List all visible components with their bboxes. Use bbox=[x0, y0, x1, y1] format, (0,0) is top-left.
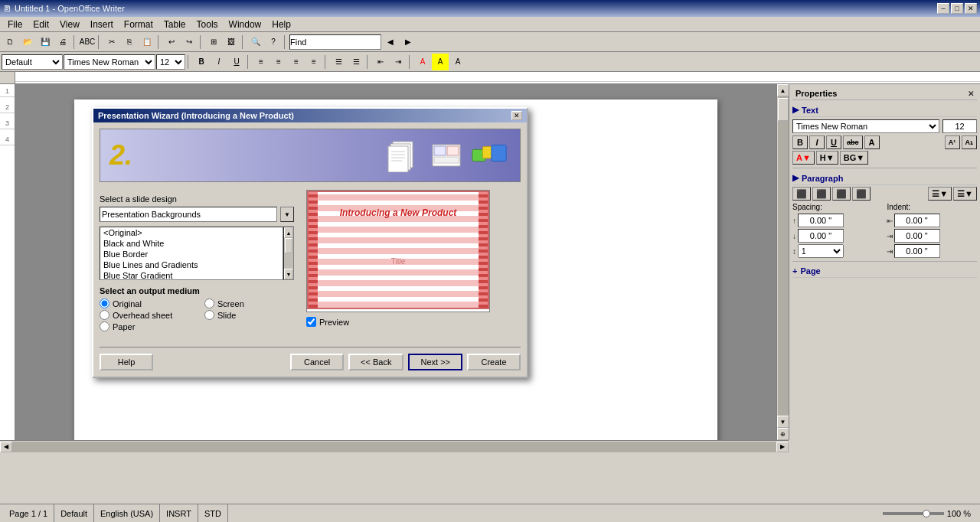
list-scroll-thumb[interactable] bbox=[285, 238, 292, 253]
menu-window[interactable]: Window bbox=[224, 18, 266, 31]
help-button[interactable]: Help bbox=[100, 354, 153, 370]
radio-slide[interactable]: Slide bbox=[204, 310, 294, 320]
redo-button[interactable]: ↪ bbox=[181, 34, 198, 51]
insert-mode[interactable]: INSRT bbox=[160, 504, 198, 522]
print-button[interactable]: 🖨 bbox=[54, 34, 71, 51]
cancel-button[interactable]: Cancel bbox=[290, 354, 344, 370]
scroll-down-button[interactable]: ▼ bbox=[777, 416, 789, 428]
list-item-blue-star[interactable]: Blue Star Gradient bbox=[100, 270, 283, 280]
scroll-track[interactable] bbox=[778, 96, 789, 416]
collapse-page-icon[interactable]: + bbox=[792, 266, 797, 276]
italic-prop-btn[interactable]: I bbox=[809, 135, 825, 149]
italic-button[interactable]: I bbox=[211, 54, 227, 70]
menu-file[interactable]: File bbox=[3, 18, 27, 31]
radio-original-input[interactable] bbox=[100, 299, 109, 308]
align-left-button[interactable]: ≡ bbox=[253, 54, 270, 70]
spacing-below-input[interactable] bbox=[798, 229, 844, 243]
subscript-btn[interactable]: A₁ bbox=[962, 135, 978, 149]
collapse-text-icon[interactable]: ▶ bbox=[792, 105, 799, 115]
open-button[interactable]: 📂 bbox=[19, 34, 36, 51]
radio-overhead[interactable]: Overhead sheet bbox=[100, 310, 189, 320]
strikethrough-prop-btn[interactable]: abc bbox=[843, 135, 863, 149]
bold-prop-btn[interactable]: B bbox=[792, 135, 808, 149]
menu-tools[interactable]: Tools bbox=[192, 18, 223, 31]
font-color-prop-btn[interactable]: A▼ bbox=[792, 151, 815, 165]
indent-right-input[interactable] bbox=[894, 229, 940, 243]
font-bg-color-btn[interactable]: BG▼ bbox=[840, 151, 868, 165]
scroll-up-button[interactable]: ▲ bbox=[777, 84, 789, 96]
horizontal-scrollbar[interactable]: ◀ ▶ bbox=[0, 440, 789, 452]
properties-close-btn[interactable]: ✕ bbox=[968, 90, 974, 98]
collapse-para-icon[interactable]: ▶ bbox=[792, 173, 799, 183]
font-name-prop-select[interactable]: Times New Roman bbox=[792, 119, 939, 133]
find-input[interactable] bbox=[289, 34, 381, 50]
align-right-prop-btn[interactable]: ⬛ bbox=[832, 187, 851, 201]
design-list[interactable]: <Original> Black and White Blue Border B… bbox=[100, 227, 283, 280]
highlight-prop-btn[interactable]: H▼ bbox=[816, 151, 838, 165]
align-justify-prop-btn[interactable]: ⬛ bbox=[852, 187, 871, 201]
scroll-right-button[interactable]: ▶ bbox=[776, 442, 789, 452]
radio-paper-input[interactable] bbox=[100, 321, 109, 331]
align-center-prop-btn[interactable]: ⬛ bbox=[812, 187, 831, 201]
menu-edit[interactable]: Edit bbox=[28, 18, 54, 31]
preview-checkbox-label[interactable]: Preview bbox=[306, 317, 521, 327]
maximize-button[interactable]: □ bbox=[951, 3, 963, 14]
align-center-button[interactable]: ≡ bbox=[270, 54, 287, 70]
indent-more-button[interactable]: ⇥ bbox=[390, 54, 407, 70]
design-dropdown-input[interactable]: Presentation Backgrounds bbox=[100, 207, 277, 222]
scroll-thumb[interactable] bbox=[778, 98, 789, 121]
align-justify-button[interactable]: ≡ bbox=[305, 54, 322, 70]
list-prop-btn[interactable]: ☰▼ bbox=[928, 187, 952, 201]
preview-checkbox[interactable] bbox=[306, 317, 316, 327]
copy-button[interactable]: ⎘ bbox=[121, 34, 138, 51]
menu-table[interactable]: Table bbox=[159, 18, 191, 31]
zoom-thumb[interactable] bbox=[923, 510, 930, 517]
font-size-prop-input[interactable]: 12 bbox=[942, 119, 977, 133]
scroll-extra-btn[interactable]: ⊕ bbox=[777, 428, 789, 440]
menu-view[interactable]: View bbox=[55, 18, 84, 31]
dialog-close-button[interactable]: ✕ bbox=[511, 111, 522, 120]
radio-screen[interactable]: Screen bbox=[204, 299, 294, 308]
next-button[interactable]: Next >> bbox=[408, 354, 462, 370]
radio-original[interactable]: Original bbox=[100, 299, 189, 308]
spacing-above-input[interactable] bbox=[798, 214, 844, 227]
num-list-prop-btn[interactable]: ☰▼ bbox=[953, 187, 977, 201]
scroll-left-button[interactable]: ◀ bbox=[0, 442, 12, 452]
list-item-blue-lines[interactable]: Blue Lines and Gradients bbox=[100, 259, 283, 270]
find-prev-button[interactable]: ◀ bbox=[382, 34, 399, 51]
font-name-select[interactable]: Times New Roman bbox=[64, 54, 155, 70]
list-item-bw[interactable]: Black and White bbox=[100, 238, 283, 249]
line-spacing-select[interactable]: 1 bbox=[798, 244, 844, 258]
design-dropdown-button[interactable]: ▼ bbox=[280, 207, 294, 222]
insert-table-button[interactable]: ⊞ bbox=[205, 34, 222, 51]
highlight-button[interactable]: A bbox=[432, 54, 449, 70]
indent-first-input[interactable] bbox=[894, 244, 940, 258]
find-button[interactable]: 🔍 bbox=[247, 34, 264, 51]
font-size-select[interactable]: 12 bbox=[156, 54, 185, 70]
indent-less-button[interactable]: ⇤ bbox=[372, 54, 389, 70]
undo-button[interactable]: ↩ bbox=[163, 34, 180, 51]
indent-left-input[interactable] bbox=[894, 214, 940, 227]
radio-paper[interactable]: Paper bbox=[100, 321, 189, 331]
paragraph-style-select[interactable]: Default bbox=[2, 54, 63, 70]
underline-button[interactable]: U bbox=[228, 54, 245, 70]
close-button[interactable]: ✕ bbox=[965, 3, 977, 14]
align-right-button[interactable]: ≡ bbox=[288, 54, 305, 70]
list-scroll-track[interactable] bbox=[284, 238, 293, 269]
radio-overhead-input[interactable] bbox=[100, 310, 109, 320]
spellcheck-button[interactable]: ABC bbox=[79, 34, 96, 51]
radio-screen-input[interactable] bbox=[204, 299, 214, 308]
zoom-slider[interactable] bbox=[883, 512, 944, 515]
new-button[interactable]: 🗋 bbox=[2, 34, 18, 51]
back-button[interactable]: << Back bbox=[348, 354, 403, 370]
cut-button[interactable]: ✂ bbox=[103, 34, 120, 51]
help-button[interactable]: ? bbox=[265, 34, 282, 51]
num-list-button[interactable]: ☰ bbox=[348, 54, 364, 70]
radio-slide-input[interactable] bbox=[204, 310, 214, 320]
align-left-prop-btn[interactable]: ⬛ bbox=[792, 187, 811, 201]
list-item-blue-border[interactable]: Blue Border bbox=[100, 249, 283, 259]
vertical-scrollbar[interactable]: ▲ ▼ ⊕ bbox=[776, 84, 789, 440]
list-scroll-up[interactable]: ▲ bbox=[284, 227, 293, 238]
shadow-prop-btn[interactable]: A bbox=[864, 135, 880, 149]
minimize-button[interactable]: – bbox=[937, 3, 949, 14]
